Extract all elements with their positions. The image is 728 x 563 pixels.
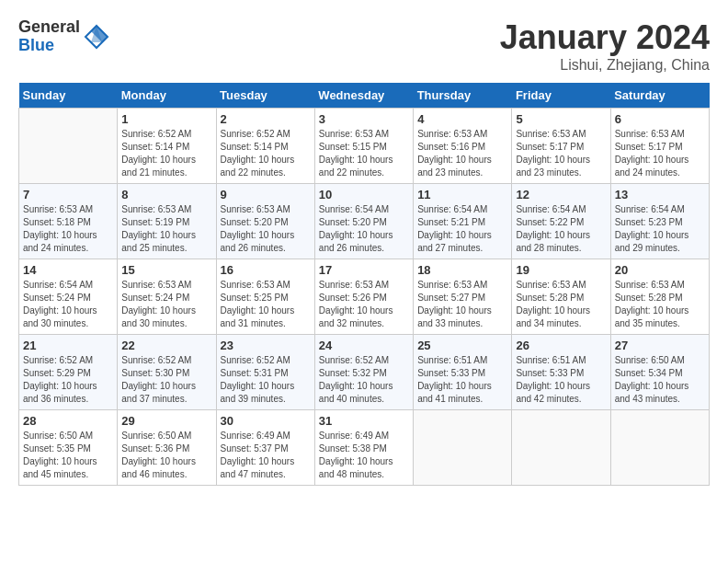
- day-number: 16: [221, 263, 311, 277]
- day-number: 15: [121, 263, 211, 277]
- day-info: Sunrise: 6:53 AMSunset: 5:27 PMDaylight:…: [417, 279, 507, 330]
- logo: General Blue: [18, 18, 109, 55]
- day-number: 10: [319, 188, 409, 201]
- day-info: Sunrise: 6:53 AMSunset: 5:20 PMDaylight:…: [221, 203, 311, 255]
- calendar-cell: 25Sunrise: 6:51 AMSunset: 5:33 PMDayligh…: [414, 335, 512, 410]
- calendar-cell: 17Sunrise: 6:53 AMSunset: 5:26 PMDayligh…: [314, 259, 413, 335]
- day-number: 7: [23, 188, 113, 201]
- day-number: 20: [615, 263, 705, 277]
- calendar-cell: 26Sunrise: 6:51 AMSunset: 5:33 PMDayligh…: [512, 335, 610, 410]
- calendar-cell: 24Sunrise: 6:52 AMSunset: 5:32 PMDayligh…: [314, 335, 413, 410]
- title-section: January 2024 Lishui, Zhejiang, China: [500, 18, 710, 74]
- day-number: 28: [23, 414, 113, 428]
- day-header-friday: Friday: [512, 83, 610, 109]
- day-number: 27: [615, 339, 705, 352]
- day-info: Sunrise: 6:52 AMSunset: 5:14 PMDaylight:…: [121, 128, 211, 179]
- day-number: 30: [221, 414, 311, 428]
- day-number: 12: [516, 188, 606, 201]
- day-number: 25: [417, 339, 507, 352]
- day-info: Sunrise: 6:54 AMSunset: 5:20 PMDaylight:…: [319, 203, 409, 255]
- day-number: 11: [417, 188, 507, 201]
- day-number: 3: [319, 112, 409, 126]
- calendar-cell: 10Sunrise: 6:54 AMSunset: 5:20 PMDayligh…: [314, 184, 413, 259]
- day-info: Sunrise: 6:50 AMSunset: 5:36 PMDaylight:…: [121, 430, 211, 481]
- week-row-4: 21Sunrise: 6:52 AMSunset: 5:29 PMDayligh…: [19, 335, 710, 410]
- day-info: Sunrise: 6:53 AMSunset: 5:24 PMDaylight:…: [121, 279, 211, 330]
- calendar-cell: 12Sunrise: 6:54 AMSunset: 5:22 PMDayligh…: [512, 184, 610, 259]
- day-info: Sunrise: 6:51 AMSunset: 5:33 PMDaylight:…: [417, 354, 507, 406]
- day-header-saturday: Saturday: [610, 83, 709, 109]
- day-number: 21: [23, 339, 113, 352]
- week-row-5: 28Sunrise: 6:50 AMSunset: 5:35 PMDayligh…: [19, 410, 710, 486]
- header-row: SundayMondayTuesdayWednesdayThursdayFrid…: [19, 83, 710, 109]
- calendar-cell: 16Sunrise: 6:53 AMSunset: 5:25 PMDayligh…: [216, 259, 314, 335]
- calendar-cell: 15Sunrise: 6:53 AMSunset: 5:24 PMDayligh…: [118, 259, 216, 335]
- day-number: 18: [417, 263, 507, 277]
- calendar-cell: 29Sunrise: 6:50 AMSunset: 5:36 PMDayligh…: [118, 410, 216, 486]
- calendar-cell: 23Sunrise: 6:52 AMSunset: 5:31 PMDayligh…: [216, 335, 314, 410]
- header: General Blue January 2024 Lishui, Zhejia…: [18, 18, 710, 74]
- day-number: 2: [221, 112, 311, 126]
- day-number: 13: [615, 188, 705, 201]
- day-number: 4: [417, 112, 507, 126]
- calendar-cell: [512, 410, 610, 486]
- calendar-cell: 8Sunrise: 6:53 AMSunset: 5:19 PMDaylight…: [118, 184, 216, 259]
- day-number: 24: [319, 339, 409, 352]
- calendar-cell: 5Sunrise: 6:53 AMSunset: 5:17 PMDaylight…: [512, 109, 610, 184]
- calendar-cell: [610, 410, 709, 486]
- day-number: 22: [121, 339, 211, 352]
- day-info: Sunrise: 6:49 AMSunset: 5:38 PMDaylight:…: [319, 430, 409, 481]
- logo-general-text: General: [18, 18, 80, 37]
- calendar-cell: 11Sunrise: 6:54 AMSunset: 5:21 PMDayligh…: [414, 184, 512, 259]
- day-header-sunday: Sunday: [19, 83, 118, 109]
- day-info: Sunrise: 6:50 AMSunset: 5:35 PMDaylight:…: [23, 430, 113, 481]
- logo-icon: [84, 24, 109, 50]
- day-info: Sunrise: 6:52 AMSunset: 5:31 PMDaylight:…: [221, 354, 311, 406]
- day-number: 17: [319, 263, 409, 277]
- calendar-cell: 27Sunrise: 6:50 AMSunset: 5:34 PMDayligh…: [610, 335, 709, 410]
- calendar-cell: 1Sunrise: 6:52 AMSunset: 5:14 PMDaylight…: [118, 109, 216, 184]
- day-info: Sunrise: 6:53 AMSunset: 5:16 PMDaylight:…: [417, 128, 507, 179]
- day-info: Sunrise: 6:49 AMSunset: 5:37 PMDaylight:…: [221, 430, 311, 481]
- day-info: Sunrise: 6:52 AMSunset: 5:30 PMDaylight:…: [121, 354, 211, 406]
- calendar-cell: 28Sunrise: 6:50 AMSunset: 5:35 PMDayligh…: [19, 410, 118, 486]
- calendar-subtitle: Lishui, Zhejiang, China: [500, 57, 710, 74]
- day-info: Sunrise: 6:52 AMSunset: 5:32 PMDaylight:…: [319, 354, 409, 406]
- day-number: 9: [221, 188, 311, 201]
- calendar-cell: 22Sunrise: 6:52 AMSunset: 5:30 PMDayligh…: [118, 335, 216, 410]
- day-info: Sunrise: 6:50 AMSunset: 5:34 PMDaylight:…: [615, 354, 705, 406]
- calendar-cell: 19Sunrise: 6:53 AMSunset: 5:28 PMDayligh…: [512, 259, 610, 335]
- day-number: 14: [23, 263, 113, 277]
- day-info: Sunrise: 6:54 AMSunset: 5:23 PMDaylight:…: [615, 203, 705, 255]
- day-number: 31: [319, 414, 409, 428]
- calendar-cell: 4Sunrise: 6:53 AMSunset: 5:16 PMDaylight…: [414, 109, 512, 184]
- day-info: Sunrise: 6:53 AMSunset: 5:17 PMDaylight:…: [516, 128, 606, 179]
- day-header-monday: Monday: [118, 83, 216, 109]
- day-number: 19: [516, 263, 606, 277]
- day-number: 23: [221, 339, 311, 352]
- calendar-cell: [19, 109, 118, 184]
- day-info: Sunrise: 6:53 AMSunset: 5:19 PMDaylight:…: [121, 203, 211, 255]
- calendar-cell: 18Sunrise: 6:53 AMSunset: 5:27 PMDayligh…: [414, 259, 512, 335]
- day-info: Sunrise: 6:53 AMSunset: 5:26 PMDaylight:…: [319, 279, 409, 330]
- calendar-cell: 7Sunrise: 6:53 AMSunset: 5:18 PMDaylight…: [19, 184, 118, 259]
- week-row-2: 7Sunrise: 6:53 AMSunset: 5:18 PMDaylight…: [19, 184, 710, 259]
- day-info: Sunrise: 6:53 AMSunset: 5:15 PMDaylight:…: [319, 128, 409, 179]
- calendar-cell: 20Sunrise: 6:53 AMSunset: 5:28 PMDayligh…: [610, 259, 709, 335]
- day-info: Sunrise: 6:53 AMSunset: 5:28 PMDaylight:…: [615, 279, 705, 330]
- day-number: 8: [121, 188, 211, 201]
- day-info: Sunrise: 6:53 AMSunset: 5:28 PMDaylight:…: [516, 279, 606, 330]
- calendar-cell: 21Sunrise: 6:52 AMSunset: 5:29 PMDayligh…: [19, 335, 118, 410]
- calendar-cell: 14Sunrise: 6:54 AMSunset: 5:24 PMDayligh…: [19, 259, 118, 335]
- week-row-1: 1Sunrise: 6:52 AMSunset: 5:14 PMDaylight…: [19, 109, 710, 184]
- day-info: Sunrise: 6:53 AMSunset: 5:18 PMDaylight:…: [23, 203, 113, 255]
- calendar-cell: 9Sunrise: 6:53 AMSunset: 5:20 PMDaylight…: [216, 184, 314, 259]
- day-header-thursday: Thursday: [414, 83, 512, 109]
- calendar-cell: 2Sunrise: 6:52 AMSunset: 5:14 PMDaylight…: [216, 109, 314, 184]
- day-number: 1: [121, 112, 211, 126]
- calendar-cell: 30Sunrise: 6:49 AMSunset: 5:37 PMDayligh…: [216, 410, 314, 486]
- day-header-wednesday: Wednesday: [314, 83, 413, 109]
- day-info: Sunrise: 6:54 AMSunset: 5:21 PMDaylight:…: [417, 203, 507, 255]
- day-info: Sunrise: 6:53 AMSunset: 5:17 PMDaylight:…: [615, 128, 705, 179]
- day-number: 6: [615, 112, 705, 126]
